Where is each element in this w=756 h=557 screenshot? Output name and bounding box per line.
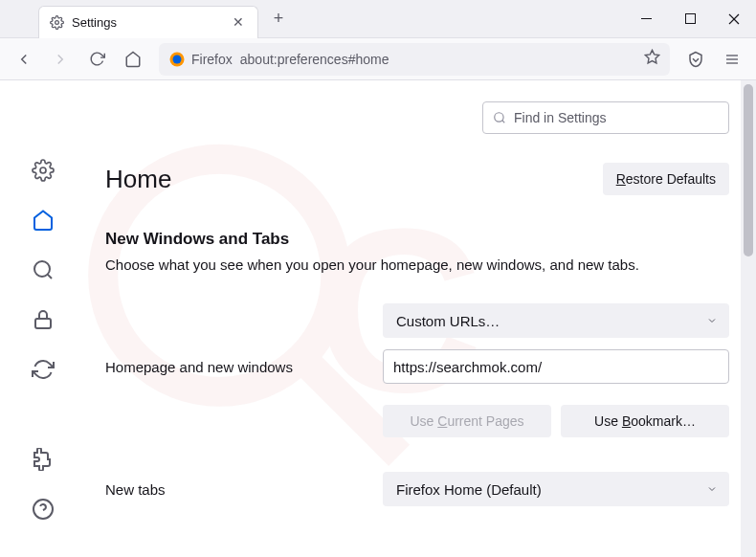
content-area: Find in Settings Home RRestore Defaultse…: [0, 80, 756, 557]
sidebar-item-sync[interactable]: [30, 356, 56, 383]
firefox-icon: [168, 51, 186, 68]
svg-line-16: [48, 275, 52, 278]
main-panel: Find in Settings Home RRestore Defaultse…: [86, 80, 756, 557]
settings-search[interactable]: Find in Settings: [482, 101, 729, 134]
new-tab-button[interactable]: +: [264, 5, 293, 33]
nav-toolbar: Firefox about:preferences#home: [0, 38, 756, 80]
svg-point-20: [495, 113, 503, 122]
sidebar-item-general[interactable]: [30, 157, 56, 184]
use-current-pages-button[interactable]: Use Current PagesUse Current Pages: [383, 405, 551, 437]
homepage-label: Homepage and new windows: [105, 359, 383, 375]
vertical-scrollbar[interactable]: [741, 80, 756, 557]
restore-defaults-button[interactable]: RRestore Defaultsestore Defaults: [603, 163, 729, 195]
homepage-mode-dropdown[interactable]: Custom URLs…: [383, 303, 729, 338]
maximize-button[interactable]: [668, 0, 712, 38]
scrollbar-thumb[interactable]: [744, 84, 753, 256]
pocket-button[interactable]: [679, 43, 712, 76]
sidebar-item-extensions[interactable]: [30, 446, 56, 473]
use-bookmark-button[interactable]: Use Bookmark…Use Bookmark…: [561, 405, 729, 437]
svg-point-3: [55, 20, 58, 24]
url-bar[interactable]: Firefox about:preferences#home: [159, 43, 670, 76]
svg-marker-10: [645, 50, 658, 62]
minimize-button[interactable]: [624, 0, 668, 38]
section-title: New Windows and Tabs: [105, 230, 729, 249]
sidebar-item-privacy[interactable]: [30, 306, 56, 333]
section-description: Choose what you see when you open your h…: [105, 256, 729, 273]
url-text: about:preferences#home: [240, 52, 644, 67]
titlebar: Settings ✕ +: [0, 0, 756, 38]
svg-point-9: [173, 55, 182, 63]
newtabs-label: New tabs: [105, 481, 383, 498]
forward-button[interactable]: [44, 43, 77, 76]
bookmark-star-icon[interactable]: [644, 49, 660, 69]
back-button[interactable]: [8, 43, 40, 76]
tab-title: Settings: [72, 15, 233, 30]
dropdown-value: Custom URLs…: [396, 313, 500, 329]
close-icon[interactable]: ✕: [233, 14, 248, 30]
browser-tab[interactable]: Settings ✕: [38, 6, 258, 38]
dropdown-value: Firefox Home (Default): [396, 481, 542, 498]
app-menu-button[interactable]: [716, 43, 748, 76]
close-window-button[interactable]: [712, 0, 756, 38]
svg-point-14: [40, 167, 46, 173]
home-button[interactable]: [117, 43, 149, 76]
sidebar-item-search[interactable]: [30, 256, 56, 283]
svg-rect-17: [35, 319, 51, 328]
sidebar-item-help[interactable]: [30, 496, 56, 523]
gear-icon: [49, 14, 64, 30]
sidebar-item-home[interactable]: [30, 207, 56, 234]
svg-point-15: [34, 261, 50, 277]
homepage-url-input[interactable]: [383, 349, 729, 384]
svg-line-21: [502, 121, 505, 123]
search-placeholder: Find in Settings: [514, 110, 607, 125]
newtabs-mode-dropdown[interactable]: Firefox Home (Default): [383, 472, 729, 506]
page-heading: Home: [105, 165, 603, 194]
svg-rect-5: [685, 14, 695, 24]
category-sidebar: [0, 80, 86, 557]
identity-label: Firefox: [191, 52, 233, 67]
reload-button[interactable]: [80, 43, 113, 76]
